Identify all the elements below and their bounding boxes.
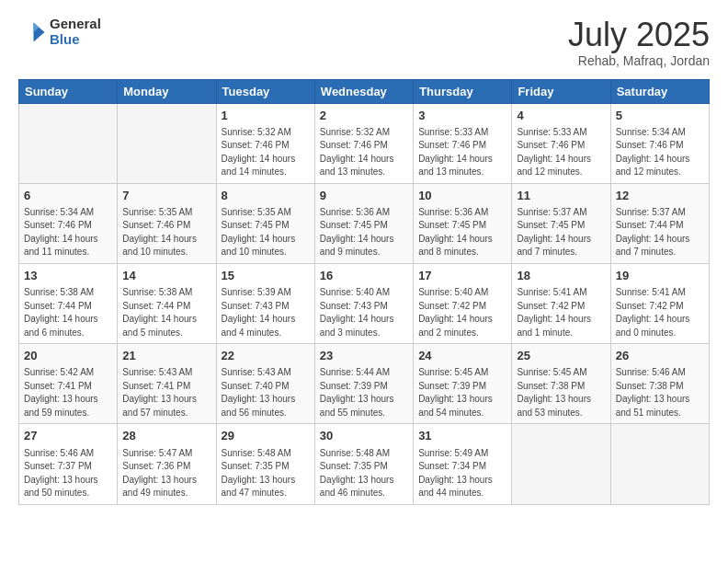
calendar-cell: 1Sunrise: 5:32 AM Sunset: 7:46 PM Daylig… <box>216 103 314 183</box>
calendar-cell: 25Sunrise: 5:45 AM Sunset: 7:38 PM Dayli… <box>512 344 610 424</box>
day-number: 5 <box>616 108 704 124</box>
day-number: 20 <box>24 348 112 364</box>
day-info: Sunrise: 5:41 AM Sunset: 7:42 PM Dayligh… <box>616 286 704 339</box>
calendar-week-3: 13Sunrise: 5:38 AM Sunset: 7:44 PM Dayli… <box>19 263 710 343</box>
day-info: Sunrise: 5:37 AM Sunset: 7:44 PM Dayligh… <box>616 206 704 259</box>
calendar-cell: 6Sunrise: 5:34 AM Sunset: 7:46 PM Daylig… <box>19 183 118 263</box>
day-number: 21 <box>122 348 210 364</box>
col-monday: Monday <box>118 79 216 103</box>
day-number: 31 <box>418 428 506 444</box>
day-number: 17 <box>418 268 506 284</box>
logo-blue: Blue <box>50 32 101 48</box>
col-thursday: Thursday <box>414 79 512 103</box>
logo-text: General Blue <box>50 17 101 47</box>
day-info: Sunrise: 5:41 AM Sunset: 7:42 PM Dayligh… <box>517 286 605 339</box>
day-number: 23 <box>320 348 408 364</box>
day-number: 24 <box>418 348 506 364</box>
day-number: 4 <box>517 108 605 124</box>
calendar-cell: 15Sunrise: 5:39 AM Sunset: 7:43 PM Dayli… <box>216 263 314 343</box>
calendar-cell <box>118 103 216 183</box>
calendar-cell: 12Sunrise: 5:37 AM Sunset: 7:44 PM Dayli… <box>610 183 709 263</box>
day-number: 25 <box>517 348 605 364</box>
day-info: Sunrise: 5:38 AM Sunset: 7:44 PM Dayligh… <box>122 286 210 339</box>
day-info: Sunrise: 5:34 AM Sunset: 7:46 PM Dayligh… <box>616 126 704 179</box>
day-number: 26 <box>616 348 704 364</box>
day-info: Sunrise: 5:35 AM Sunset: 7:45 PM Dayligh… <box>222 206 310 259</box>
day-info: Sunrise: 5:40 AM Sunset: 7:42 PM Dayligh… <box>418 286 506 339</box>
calendar-cell: 26Sunrise: 5:46 AM Sunset: 7:38 PM Dayli… <box>610 344 709 424</box>
calendar-cell: 4Sunrise: 5:33 AM Sunset: 7:46 PM Daylig… <box>512 103 610 183</box>
day-info: Sunrise: 5:46 AM Sunset: 7:38 PM Dayligh… <box>616 366 704 419</box>
day-number: 22 <box>222 348 310 364</box>
calendar-week-5: 27Sunrise: 5:46 AM Sunset: 7:37 PM Dayli… <box>19 424 710 504</box>
day-number: 27 <box>24 428 112 444</box>
day-info: Sunrise: 5:49 AM Sunset: 7:34 PM Dayligh… <box>418 447 506 500</box>
day-info: Sunrise: 5:40 AM Sunset: 7:43 PM Dayligh… <box>320 286 408 339</box>
calendar-cell: 17Sunrise: 5:40 AM Sunset: 7:42 PM Dayli… <box>414 263 512 343</box>
calendar-cell: 7Sunrise: 5:35 AM Sunset: 7:46 PM Daylig… <box>118 183 216 263</box>
logo: General Blue <box>18 17 101 47</box>
day-info: Sunrise: 5:33 AM Sunset: 7:46 PM Dayligh… <box>418 126 506 179</box>
day-info: Sunrise: 5:34 AM Sunset: 7:46 PM Dayligh… <box>24 206 112 259</box>
calendar-cell <box>610 424 709 504</box>
calendar-cell: 23Sunrise: 5:44 AM Sunset: 7:39 PM Dayli… <box>314 344 413 424</box>
day-info: Sunrise: 5:44 AM Sunset: 7:39 PM Dayligh… <box>320 366 408 419</box>
day-number: 10 <box>418 188 506 204</box>
calendar-cell <box>512 424 610 504</box>
page: General Blue July 2025 Rehab, Mafraq, Jo… <box>0 0 728 563</box>
title-block: July 2025 Rehab, Mafraq, Jordan <box>568 17 710 68</box>
calendar-cell: 18Sunrise: 5:41 AM Sunset: 7:42 PM Dayli… <box>512 263 610 343</box>
day-number: 11 <box>517 188 605 204</box>
calendar-cell: 21Sunrise: 5:43 AM Sunset: 7:41 PM Dayli… <box>118 344 216 424</box>
day-info: Sunrise: 5:48 AM Sunset: 7:35 PM Dayligh… <box>222 447 310 500</box>
calendar-cell: 20Sunrise: 5:42 AM Sunset: 7:41 PM Dayli… <box>19 344 118 424</box>
day-number: 16 <box>320 268 408 284</box>
day-number: 3 <box>418 108 506 124</box>
calendar-cell: 27Sunrise: 5:46 AM Sunset: 7:37 PM Dayli… <box>19 424 118 504</box>
calendar-cell: 11Sunrise: 5:37 AM Sunset: 7:45 PM Dayli… <box>512 183 610 263</box>
calendar-cell: 2Sunrise: 5:32 AM Sunset: 7:46 PM Daylig… <box>314 103 413 183</box>
calendar-week-1: 1Sunrise: 5:32 AM Sunset: 7:46 PM Daylig… <box>19 103 710 183</box>
calendar-header-row: Sunday Monday Tuesday Wednesday Thursday… <box>19 79 710 103</box>
day-info: Sunrise: 5:36 AM Sunset: 7:45 PM Dayligh… <box>418 206 506 259</box>
day-number: 28 <box>122 428 210 444</box>
day-number: 18 <box>517 268 605 284</box>
col-tuesday: Tuesday <box>216 79 314 103</box>
day-info: Sunrise: 5:46 AM Sunset: 7:37 PM Dayligh… <box>24 447 112 500</box>
calendar-cell: 8Sunrise: 5:35 AM Sunset: 7:45 PM Daylig… <box>216 183 314 263</box>
calendar-cell: 9Sunrise: 5:36 AM Sunset: 7:45 PM Daylig… <box>314 183 413 263</box>
day-info: Sunrise: 5:47 AM Sunset: 7:36 PM Dayligh… <box>122 447 210 500</box>
day-number: 6 <box>24 188 112 204</box>
day-number: 30 <box>320 428 408 444</box>
calendar-table: Sunday Monday Tuesday Wednesday Thursday… <box>18 79 710 505</box>
day-info: Sunrise: 5:42 AM Sunset: 7:41 PM Dayligh… <box>24 366 112 419</box>
day-info: Sunrise: 5:43 AM Sunset: 7:41 PM Dayligh… <box>122 366 210 419</box>
day-info: Sunrise: 5:48 AM Sunset: 7:35 PM Dayligh… <box>320 447 408 500</box>
day-number: 8 <box>222 188 310 204</box>
calendar-cell: 14Sunrise: 5:38 AM Sunset: 7:44 PM Dayli… <box>118 263 216 343</box>
calendar-cell: 30Sunrise: 5:48 AM Sunset: 7:35 PM Dayli… <box>314 424 413 504</box>
calendar-cell: 3Sunrise: 5:33 AM Sunset: 7:46 PM Daylig… <box>414 103 512 183</box>
day-info: Sunrise: 5:35 AM Sunset: 7:46 PM Dayligh… <box>122 206 210 259</box>
calendar-cell: 29Sunrise: 5:48 AM Sunset: 7:35 PM Dayli… <box>216 424 314 504</box>
calendar-week-4: 20Sunrise: 5:42 AM Sunset: 7:41 PM Dayli… <box>19 344 710 424</box>
calendar-cell: 24Sunrise: 5:45 AM Sunset: 7:39 PM Dayli… <box>414 344 512 424</box>
calendar-cell: 22Sunrise: 5:43 AM Sunset: 7:40 PM Dayli… <box>216 344 314 424</box>
logo-general: General <box>50 17 101 32</box>
calendar-week-2: 6Sunrise: 5:34 AM Sunset: 7:46 PM Daylig… <box>19 183 710 263</box>
col-saturday: Saturday <box>610 79 709 103</box>
day-info: Sunrise: 5:32 AM Sunset: 7:46 PM Dayligh… <box>320 126 408 179</box>
col-sunday: Sunday <box>19 79 118 103</box>
day-info: Sunrise: 5:36 AM Sunset: 7:45 PM Dayligh… <box>320 206 408 259</box>
title-location: Rehab, Mafraq, Jordan <box>568 53 710 68</box>
logo-icon <box>18 18 46 46</box>
calendar-cell <box>19 103 118 183</box>
calendar-cell: 31Sunrise: 5:49 AM Sunset: 7:34 PM Dayli… <box>414 424 512 504</box>
day-info: Sunrise: 5:38 AM Sunset: 7:44 PM Dayligh… <box>24 286 112 339</box>
day-number: 1 <box>222 108 310 124</box>
day-number: 12 <box>616 188 704 204</box>
calendar-cell: 28Sunrise: 5:47 AM Sunset: 7:36 PM Dayli… <box>118 424 216 504</box>
day-number: 2 <box>320 108 408 124</box>
calendar-cell: 16Sunrise: 5:40 AM Sunset: 7:43 PM Dayli… <box>314 263 413 343</box>
day-number: 14 <box>122 268 210 284</box>
